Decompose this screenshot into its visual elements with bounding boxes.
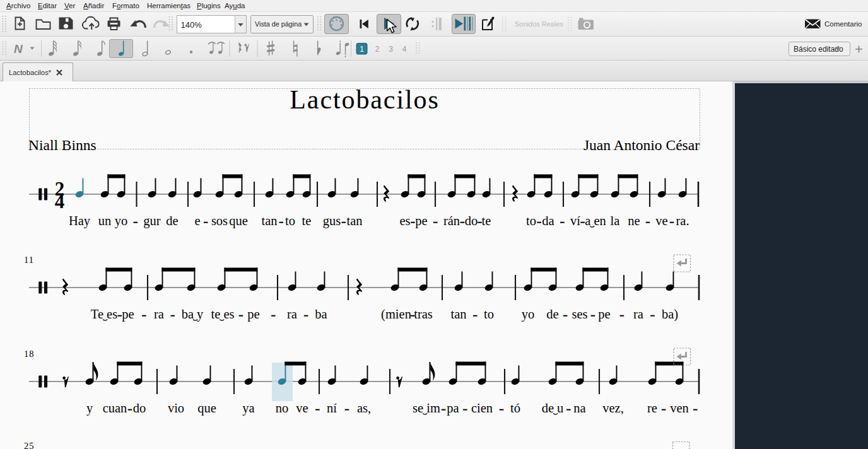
svg-text:ven: ven [670,401,689,415]
svg-text:ne: ne [628,214,640,228]
svg-text:y: y [86,401,93,416]
svg-text:1: 1 [360,45,364,54]
svg-text:18: 18 [24,349,35,359]
svg-text:pe: pe [415,214,427,228]
svg-text:ba: ba [315,307,327,321]
svg-text:Lactobacilos: Lactobacilos [290,85,439,114]
svg-text:te: te [302,214,312,228]
svg-text:tan: tan [450,307,466,321]
svg-text:tó: tó [510,401,520,415]
svg-text:do: do [465,214,478,228]
svg-text:Niall Binns: Niall Binns [28,137,97,153]
svg-text:vio: vio [168,401,184,415]
svg-text:pa: pa [447,401,459,416]
svg-text:rán: rán [443,214,460,228]
svg-text:ra.: ra. [676,214,689,228]
svg-text:gur: gur [143,214,161,228]
svg-text:ra: ra [633,307,643,321]
svg-text:da: da [542,214,554,228]
svg-text:la: la [611,214,620,228]
svg-text:cien: cien [471,401,493,415]
svg-text:tan: tan [261,214,277,228]
svg-text:gus: gus [323,214,341,228]
svg-text:Comentario: Comentario [824,20,862,28]
svg-text:tras: tras [414,307,433,321]
svg-text:as,: as, [357,401,371,415]
svg-text:2: 2 [375,45,380,54]
svg-text:Hay: Hay [69,214,91,228]
svg-text:es: es [399,214,410,228]
svg-text:Te es: Te es [91,307,117,321]
svg-text:yo: yo [522,307,535,322]
svg-text:4: 4 [402,45,407,54]
svg-text:ba y: ba y [182,307,204,322]
svg-text:ve: ve [296,401,308,415]
svg-text:pe: pe [247,307,259,322]
svg-text:N: N [14,42,23,55]
svg-text:11: 11 [24,255,34,265]
svg-text:e: e [194,214,200,228]
svg-text:pe: pe [598,307,610,322]
svg-text:tan: tan [346,214,362,228]
svg-text:ve: ve [655,214,667,228]
svg-text:que: que [197,401,216,416]
svg-text:no: no [276,401,289,415]
svg-text:ra: ra [287,307,297,321]
svg-text:140%: 140% [181,20,202,30]
svg-text:Básico editado: Básico editado [794,45,843,54]
svg-text:te: te [482,214,491,228]
svg-text:ya: ya [242,401,254,416]
svg-text:vez,: vez, [602,401,624,415]
svg-text:3: 3 [389,45,393,54]
svg-text:to: to [526,214,536,228]
svg-text:(mien: (mien [381,307,411,322]
svg-text:Vista de página: Vista de página [255,20,302,28]
svg-text:de: de [166,214,178,228]
svg-text:na: na [573,401,585,415]
svg-text:ses: ses [572,307,587,321]
svg-text:4: 4 [55,190,65,213]
svg-text:ra: ra [154,307,164,321]
svg-text:de u: de u [542,401,564,415]
svg-text:ba): ba) [662,307,678,322]
svg-text:to: to [285,214,295,228]
svg-text:25: 25 [24,441,35,449]
svg-text:a en: a en [585,214,606,228]
svg-text:cuan: cuan [103,401,127,415]
svg-text:Juan Antonio César: Juan Antonio César [584,137,700,153]
svg-text:do: do [133,401,146,415]
svg-text:ví: ví [570,214,580,228]
svg-text:sos: sos [211,214,228,228]
svg-text:un: un [98,214,112,228]
svg-text:se im: se im [413,401,440,415]
svg-text:yo: yo [115,214,128,228]
svg-text:to: to [484,307,494,321]
svg-text:re: re [647,401,657,415]
svg-text:pe: pe [122,307,134,322]
svg-text:que: que [229,214,248,228]
svg-text:te es: te es [211,307,235,321]
svg-text:ní: ní [327,401,337,415]
svg-text:Sonidos Reales: Sonidos Reales [515,20,564,28]
svg-text:de: de [546,307,558,321]
